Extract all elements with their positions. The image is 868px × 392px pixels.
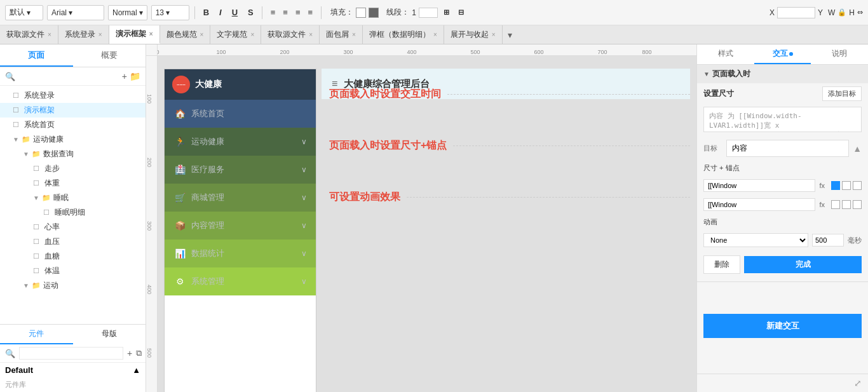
tab-dialog[interactable]: 弹框（数据明细） × [363,25,444,44]
tab-text-spec[interactable]: 文字规范 × [210,25,261,44]
tab-components[interactable]: 元件 [0,325,73,344]
preview-frame[interactable]: ~~~ 大健康 🏠 系统首页 🏃 运动健康 [164,69,316,392]
add-page-icon[interactable]: + [122,71,127,81]
tab-breadcrumb[interactable]: 面包屑 × [320,25,363,44]
tab-color-spec[interactable]: 颜色规范 × [160,25,211,44]
tree-icon: ☐ [13,91,22,100]
animation-select[interactable]: None [703,233,808,247]
canvas-content[interactable]: ~~~ 大健康 🏠 系统首页 🏃 运动健康 [158,56,696,392]
tree-item-blood-sugar[interactable]: ☐ 血糖 [0,249,146,264]
fx-icon-2[interactable]: fx [819,201,825,208]
complete-button[interactable]: 完成 [744,256,862,273]
tab-close-icon[interactable]: × [149,30,153,37]
anchor-check-active[interactable] [831,181,840,190]
anchor-input-1[interactable] [703,179,815,192]
tab-style[interactable]: 样式 [697,44,754,64]
anchor-check-3[interactable] [831,200,840,209]
tab-get-source[interactable]: 获取源文件 × [0,25,58,44]
tab-masters[interactable]: 母版 [73,325,146,344]
tab-components-label: 元件 [29,328,44,339]
add-component-icon[interactable]: + [127,348,132,358]
align-justify-button[interactable]: ≡ [305,6,316,18]
tree-item-label: 血糖 [44,251,60,262]
tab-close-icon[interactable]: × [352,31,356,38]
nav-item-stats[interactable]: 📊 数据统计 ∨ [165,240,316,267]
tree-item-sleep-detail[interactable]: ☐ 睡眠明细 [0,205,146,220]
tree-item-sleep[interactable]: ▼ 📁 睡眠 [0,191,146,205]
tree-item-demo-frame[interactable]: ☐ 演示框架 [0,103,146,118]
tab-notes[interactable]: 说明 [811,44,868,64]
anchor-check-5[interactable] [853,200,862,209]
component-search-input[interactable] [19,347,123,360]
tree-item-temperature[interactable]: ☐ 体温 [0,264,146,278]
fill-color-box2[interactable] [369,8,379,18]
tree-item-weight[interactable]: ☐ 体重 [0,176,146,191]
align-center-button[interactable]: ≡ [280,6,291,18]
tab-close-icon[interactable]: × [48,31,51,38]
target-value[interactable]: 内容 [726,140,849,157]
delete-button[interactable]: 删除 [703,255,740,274]
bold-button[interactable]: B [200,6,212,18]
ruler-corner [146,44,158,56]
nav-item-shop[interactable]: 🛒 商城管理 ∨ [165,184,316,212]
tree-item-heart-rate[interactable]: ☐ 心率 [0,220,146,234]
tree-item-sport-health[interactable]: ▼ 📁 运动健康 [0,132,146,147]
new-interaction-button[interactable]: 新建交互 [703,314,862,338]
content-textarea[interactable] [703,107,862,132]
tab-expand[interactable]: 展开与收起 × [444,25,503,44]
font-weight-selector[interactable]: Normal ▾ [108,5,147,20]
nav-item-system[interactable]: ⚙ 系统管理 ∨ [165,267,316,295]
fx-icon-1[interactable]: fx [819,182,825,189]
line-style-box[interactable] [419,8,438,18]
target-expand-arrow[interactable]: ▲ [853,144,862,154]
tree-item-system-login[interactable]: ☐ 系统登录 [0,88,146,103]
tree-item-data-query[interactable]: ▼ 📁 数据查询 [0,147,146,161]
animation-time-input[interactable] [812,234,844,247]
underline-button[interactable]: U [229,6,241,18]
expand-icon[interactable]: ⤢ [854,378,862,388]
tab-interaction[interactable]: 交互 [754,44,811,64]
anchor-check-1[interactable] [842,181,851,190]
tab-close-icon[interactable]: × [309,31,313,38]
anchor-input-2[interactable] [703,198,815,211]
line-option2[interactable]: ⊟ [455,7,467,18]
page-search-input[interactable] [18,72,119,81]
tree-item-steps[interactable]: ☐ 走步 [0,161,146,176]
nav-item-content[interactable]: 📦 内容管理 ∨ [165,212,316,240]
tab-close-icon[interactable]: × [98,31,102,38]
tab-close-icon[interactable]: × [433,31,437,38]
fill-color-box[interactable] [356,8,366,18]
x-input[interactable] [777,7,815,18]
tab-system-login[interactable]: 系统登录 × [58,25,109,44]
tab-outline[interactable]: 概要 [73,44,146,67]
tab-close-icon[interactable]: × [492,31,496,38]
italic-button[interactable]: I [216,6,225,18]
nav-item-medical[interactable]: 🏥 医疗服务 ∨ [165,156,316,184]
font-size-selector[interactable]: 13 ▾ [151,5,189,20]
tab-get-source2[interactable]: 获取源文件 × [261,25,320,44]
anchor-check-2[interactable] [853,181,862,190]
align-right-button[interactable]: ≡ [292,6,304,18]
nav-item-home[interactable]: 🏠 系统首页 [165,100,316,128]
font-name-selector[interactable]: 默认 ▾ [5,5,43,20]
tab-pages[interactable]: 页面 [0,44,73,67]
page-load-section[interactable]: ▼ 页面载入时 [697,65,868,83]
strikethrough-button[interactable]: S [245,6,257,18]
tab-close-icon[interactable]: × [250,31,254,38]
tree-item-sport[interactable]: ▼ 📁 运动 [0,278,146,293]
tab-more-button[interactable]: ▾ [503,25,517,44]
ruler-mark-100: 100 [216,49,226,55]
tree-item-system-home[interactable]: ☐ 系统首页 [0,118,146,132]
line-option1[interactable]: ⊞ [440,7,452,18]
tree-item-blood-pressure[interactable]: ☐ 血压 [0,234,146,249]
font-style-selector[interactable]: Arial ▾ [47,5,104,20]
align-left-button[interactable]: ≡ [268,6,279,18]
tab-close-icon[interactable]: × [200,31,204,38]
nav-item-sport[interactable]: 🏃 运动健康 ∨ [165,128,316,156]
app-title: 大健康 [195,79,222,90]
folder-icon[interactable]: 📁 [130,71,140,81]
copy-component-icon[interactable]: ⧉ [136,348,142,358]
anchor-check-4[interactable] [842,200,851,209]
add-target-button[interactable]: 添加目标 [822,86,862,101]
tab-demo-frame[interactable]: 演示框架 × [109,25,160,44]
